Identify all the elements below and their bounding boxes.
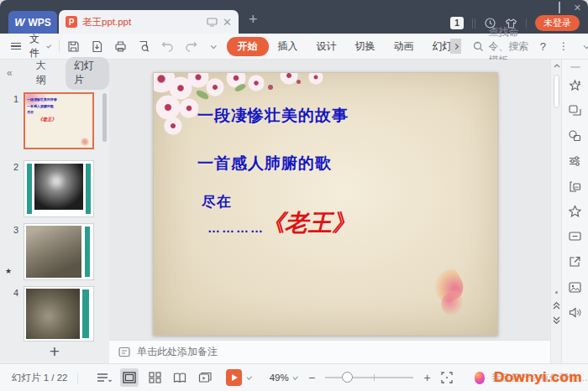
print-preview-icon[interactable] — [138, 40, 150, 53]
file-menu[interactable]: 文件 — [0, 32, 50, 60]
paste-image-icon[interactable] — [562, 174, 588, 199]
thumb-teal-bar — [82, 289, 89, 338]
right-sidebar — [561, 60, 588, 363]
previous-slide-button[interactable] — [553, 301, 560, 310]
play-slideshow-button[interactable] — [226, 369, 242, 386]
slide-thumbnail-row: 1 一段凄惨壮美的故事 一首感人肺腑的歌 尽在 《老王》 — [0, 92, 94, 149]
thumb-photo — [26, 226, 81, 278]
reading-view-icon[interactable] — [171, 368, 189, 387]
window-count-badge[interactable]: 1 — [450, 17, 464, 29]
redo-icon[interactable] — [185, 41, 197, 52]
search-icon — [473, 41, 484, 52]
tab-outline[interactable]: 大纲 — [36, 59, 54, 87]
close-tab-icon[interactable]: ✕ — [223, 17, 232, 28]
downyi-watermark: Downyi.com — [494, 369, 582, 386]
notes-toggle-icon[interactable] — [95, 368, 113, 387]
slide-canvas: 一段凄惨壮美的故事 一首感人肺腑的歌 尽在 ………… 《老王》 — [109, 60, 550, 340]
maximize-window-icon[interactable] — [559, 3, 560, 13]
scroll-up-icon[interactable] — [554, 64, 560, 68]
menubar-divider — [59, 40, 60, 52]
tab-transition[interactable]: 切换 — [346, 37, 385, 56]
sidebar-handle[interactable] — [570, 66, 580, 68]
thumb-line2: 一首感人肺腑的歌 — [27, 104, 87, 109]
speaker-icon[interactable] — [562, 300, 588, 325]
collapse-panel-icon[interactable]: « — [7, 67, 13, 79]
slide-thumbnail-1[interactable]: 一段凄惨壮美的故事 一首感人肺腑的歌 尽在 《老王》 — [24, 92, 94, 149]
thumb-line1: 一段凄惨壮美的故事 — [27, 97, 87, 102]
favorites-star-icon[interactable] — [562, 199, 588, 224]
tab-slideshow[interactable]: 幻灯 — [423, 37, 452, 56]
tab-slides[interactable]: 幻灯片 — [66, 57, 109, 90]
close-window-icon[interactable]: ✕ — [574, 3, 581, 13]
statusbar-divider — [77, 373, 78, 383]
ai-assistant-icon[interactable] — [475, 372, 485, 384]
normal-view-icon[interactable] — [120, 368, 139, 387]
zoom-slider-knob[interactable] — [342, 372, 353, 383]
zoom-out-button[interactable]: − — [308, 371, 315, 384]
thumbnail-scrollbar[interactable] — [102, 93, 107, 142]
image-icon[interactable] — [562, 274, 588, 300]
login-button[interactable]: 未登录 — [535, 15, 580, 31]
slide-thumbnail-row: 4 — [0, 286, 94, 341]
smart-beautify-icon[interactable] — [562, 73, 588, 98]
shapes-icon[interactable] — [562, 123, 588, 149]
ribbon-tabs: 开始 插入 设计 切换 动画 幻灯 — [227, 37, 461, 56]
vertical-scrollbar[interactable] — [550, 60, 561, 363]
help-icon[interactable]: ? — [540, 40, 546, 53]
tab-design[interactable]: 设计 — [307, 37, 346, 56]
slide-number: 2 — [0, 160, 24, 217]
slide-thumbnail-3[interactable] — [24, 223, 94, 280]
export-pdf-icon[interactable] — [91, 40, 103, 53]
zoom-in-button[interactable]: + — [423, 371, 430, 384]
scrollbar-thumb[interactable] — [554, 75, 559, 108]
scroll-tabs-right-button[interactable] — [450, 39, 461, 54]
slide-thumbnail-row: 2 — [0, 160, 94, 217]
tab-insert[interactable]: 插入 — [269, 37, 307, 56]
document-tab-title: 老王ppt.ppt — [82, 16, 202, 29]
document-tab[interactable]: P 老王ppt.ppt ✕ — [59, 10, 239, 34]
slide-thumbnail-4[interactable] — [24, 286, 94, 341]
comment-icon[interactable] — [562, 224, 588, 249]
undo-icon[interactable] — [161, 41, 174, 52]
adjust-settings-icon[interactable] — [562, 149, 588, 174]
layout-copy-icon[interactable] — [562, 98, 588, 123]
wps-home-button[interactable]: W WPS — [8, 11, 57, 34]
add-slide-button[interactable]: + — [0, 342, 109, 360]
slide-editor[interactable]: 一段凄惨壮美的故事 一首感人肺腑的歌 尽在 ………… 《老王》 — [153, 72, 498, 336]
zoom-level[interactable]: 49% — [270, 373, 289, 383]
play-icon — [232, 374, 238, 381]
next-slide-button[interactable] — [553, 316, 560, 325]
fit-to-window-icon[interactable] — [441, 372, 453, 383]
slide-text-line3[interactable]: 尽在 — [202, 192, 232, 211]
enter-fullscreen-icon[interactable] — [207, 18, 218, 27]
main-area: « 大纲 幻灯片 1 一段凄惨壮美的故事 一首感人肺腑的歌 尽在 《老王》 — [0, 60, 588, 363]
wps-presentation-window: W WPS P 老王ppt.ppt ✕ + ✕ 1 — [0, 0, 588, 391]
zoom-slider[interactable] — [325, 377, 413, 378]
share-icon[interactable] — [562, 249, 588, 274]
slide-thumbnail-2[interactable] — [24, 160, 94, 217]
presenter-view-icon[interactable] — [196, 368, 214, 387]
chevron-down-icon — [46, 43, 51, 48]
thumb-photo — [34, 164, 83, 210]
tab-animation[interactable]: 动画 — [385, 37, 423, 56]
slide-text-line1[interactable]: 一段凄惨壮美的故事 — [197, 105, 349, 127]
collapse-ribbon-icon[interactable] — [584, 43, 588, 49]
wps-label: WPS — [28, 17, 50, 29]
hamburger-menu-icon — [11, 40, 21, 52]
slide-sorter-icon[interactable] — [145, 368, 164, 387]
slide-title-laowang[interactable]: 《老王》 — [261, 207, 355, 239]
more-menu-icon[interactable]: ⋮ — [559, 40, 569, 52]
editor-center: 一段凄惨壮美的故事 一首感人肺腑的歌 尽在 ………… 《老王》 单击此处添加备注 — [109, 60, 550, 363]
zoom-preset-icon[interactable] — [292, 374, 298, 380]
new-tab-button[interactable]: + — [249, 12, 258, 27]
play-options-icon[interactable] — [247, 374, 253, 380]
more-quick-actions-icon[interactable] — [210, 43, 216, 49]
save-icon[interactable] — [67, 40, 80, 53]
slide-text-line2[interactable]: 一首感人肺腑的歌 — [197, 153, 332, 175]
notes-bar[interactable]: 单击此处添加备注 — [109, 340, 550, 363]
thumb-teal-bar — [27, 164, 32, 214]
menubar: 文件 开始 插入 — [0, 34, 588, 60]
file-menu-label: 文件 — [29, 32, 41, 60]
print-icon[interactable] — [114, 40, 127, 53]
tab-home[interactable]: 开始 — [227, 37, 269, 56]
